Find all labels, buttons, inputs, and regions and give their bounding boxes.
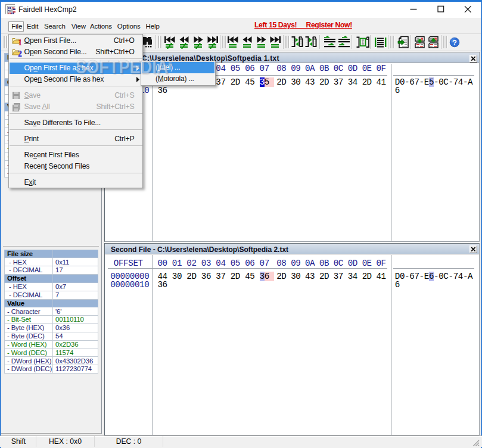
svg-text:?: ?: [452, 38, 457, 47]
svg-text:2: 2: [18, 49, 22, 57]
svg-text:1: 1: [18, 38, 22, 45]
